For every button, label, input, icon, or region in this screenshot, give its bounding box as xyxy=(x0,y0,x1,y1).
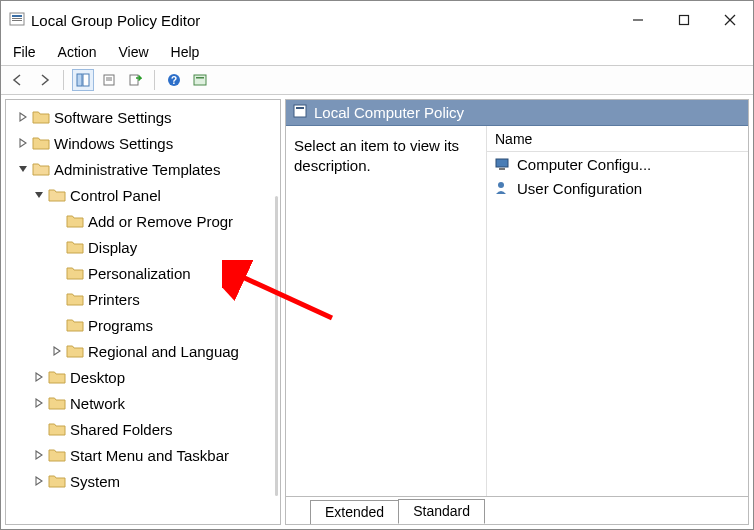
svg-rect-13 xyxy=(130,75,138,85)
tree-item[interactable]: Desktop xyxy=(6,364,280,390)
tab-extended[interactable]: Extended xyxy=(310,500,399,524)
folder-icon xyxy=(66,265,84,281)
folder-icon xyxy=(48,369,66,385)
menu-help[interactable]: Help xyxy=(167,42,212,62)
toolbar-separator xyxy=(63,70,64,90)
tree-item[interactable]: Display xyxy=(6,234,280,260)
tree-item-label: Regional and Languag xyxy=(88,339,239,364)
tree-item[interactable]: Personalization xyxy=(6,260,280,286)
list-item[interactable]: Computer Configu... xyxy=(487,152,748,176)
tree-item-label: Start Menu and Taskbar xyxy=(70,443,229,468)
tree-item[interactable]: System xyxy=(6,468,280,494)
toolbar-separator xyxy=(154,70,155,90)
scrollbar[interactable] xyxy=(275,196,278,496)
tree-item[interactable]: Shared Folders xyxy=(6,416,280,442)
content-area: Software SettingsWindows SettingsAdminis… xyxy=(1,95,753,529)
details-header-title: Local Computer Policy xyxy=(314,104,464,121)
expand-icon[interactable] xyxy=(32,476,46,486)
minimize-button[interactable] xyxy=(615,4,661,36)
svg-rect-20 xyxy=(496,159,508,167)
tree-item[interactable]: Printers xyxy=(6,286,280,312)
properties-button[interactable] xyxy=(98,69,120,91)
collapse-icon[interactable] xyxy=(16,164,30,174)
svg-rect-16 xyxy=(194,75,206,85)
tab-standard[interactable]: Standard xyxy=(398,499,485,524)
svg-rect-18 xyxy=(294,105,306,117)
toolbar: ? xyxy=(1,65,753,95)
titlebar: Local Group Policy Editor xyxy=(1,1,753,39)
tree-item-label: Desktop xyxy=(70,365,125,390)
tree-item-label: Display xyxy=(88,235,137,260)
tree-item-label: Shared Folders xyxy=(70,417,173,442)
svg-rect-9 xyxy=(83,74,89,86)
close-button[interactable] xyxy=(707,4,753,36)
folder-icon xyxy=(66,317,84,333)
folder-icon xyxy=(48,447,66,463)
folder-icon xyxy=(32,161,50,177)
tree-item-label: Programs xyxy=(88,313,153,338)
folder-icon xyxy=(66,343,84,359)
export-button[interactable] xyxy=(124,69,146,91)
expand-icon[interactable] xyxy=(16,138,30,148)
description-text: Select an item to view its description. xyxy=(294,137,459,174)
tree-item-label: Administrative Templates xyxy=(54,157,220,182)
expand-icon[interactable] xyxy=(50,346,64,356)
folder-icon xyxy=(32,135,50,151)
tree-item[interactable]: Start Menu and Taskbar xyxy=(6,442,280,468)
list-item[interactable]: User Configuration xyxy=(487,176,748,200)
collapse-icon[interactable] xyxy=(32,190,46,200)
tree-item[interactable]: Software Settings xyxy=(6,104,280,130)
computer-config-icon xyxy=(495,156,513,172)
back-button[interactable] xyxy=(7,69,29,91)
list-column: Name Computer Configu...User Configurati… xyxy=(486,126,748,496)
expand-icon[interactable] xyxy=(32,450,46,460)
tree-item-label: Add or Remove Progr xyxy=(88,209,233,234)
expand-icon[interactable] xyxy=(32,398,46,408)
tabs-row: Extended Standard xyxy=(286,496,748,524)
tree-item[interactable]: Network xyxy=(6,390,280,416)
tree-item-label: Network xyxy=(70,391,125,416)
tree[interactable]: Software SettingsWindows SettingsAdminis… xyxy=(6,104,280,494)
svg-text:?: ? xyxy=(171,75,177,86)
folder-icon xyxy=(66,213,84,229)
details-header: Local Computer Policy xyxy=(286,100,748,126)
tree-item-label: Printers xyxy=(88,287,140,312)
column-header-name[interactable]: Name xyxy=(487,126,748,152)
svg-point-22 xyxy=(498,182,504,188)
folder-icon xyxy=(48,395,66,411)
window-title: Local Group Policy Editor xyxy=(31,12,615,29)
folder-icon xyxy=(48,473,66,489)
tree-item-label: Software Settings xyxy=(54,105,172,130)
menu-file[interactable]: File xyxy=(9,42,48,62)
forward-button[interactable] xyxy=(33,69,55,91)
app-icon xyxy=(9,11,25,30)
folder-icon xyxy=(32,109,50,125)
tree-pane: Software SettingsWindows SettingsAdminis… xyxy=(5,99,281,525)
expand-icon[interactable] xyxy=(16,112,30,122)
tree-item[interactable]: Control Panel xyxy=(6,182,280,208)
svg-rect-2 xyxy=(12,18,22,19)
svg-rect-17 xyxy=(196,77,204,79)
expand-icon[interactable] xyxy=(32,372,46,382)
show-tree-button[interactable] xyxy=(72,69,94,91)
menu-view[interactable]: View xyxy=(114,42,160,62)
tree-item-label: Personalization xyxy=(88,261,191,286)
filter-button[interactable] xyxy=(189,69,211,91)
tree-item[interactable]: Administrative Templates xyxy=(6,156,280,182)
tree-item[interactable]: Programs xyxy=(6,312,280,338)
tree-item[interactable]: Regional and Languag xyxy=(6,338,280,364)
description-column: Select an item to view its description. xyxy=(286,126,486,496)
svg-rect-1 xyxy=(12,15,22,17)
menu-action[interactable]: Action xyxy=(54,42,109,62)
details-pane: Local Computer Policy Select an item to … xyxy=(285,99,749,525)
list-item-label: User Configuration xyxy=(517,180,642,197)
tree-item-label: Windows Settings xyxy=(54,131,173,156)
tree-item[interactable]: Windows Settings xyxy=(6,130,280,156)
folder-icon xyxy=(66,239,84,255)
menubar: File Action View Help xyxy=(1,39,753,65)
tree-item[interactable]: Add or Remove Progr xyxy=(6,208,280,234)
svg-rect-21 xyxy=(499,168,505,170)
help-button[interactable]: ? xyxy=(163,69,185,91)
tree-item-label: System xyxy=(70,469,120,494)
maximize-button[interactable] xyxy=(661,4,707,36)
